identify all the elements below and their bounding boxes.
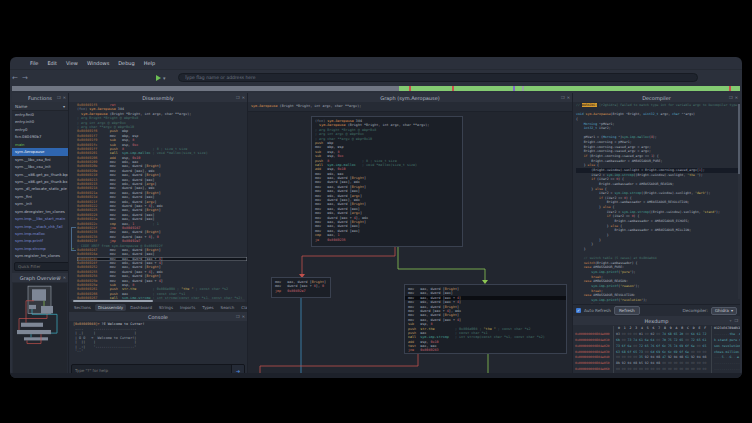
hexdump-table[interactable]: 0 1 2 3 4 5 6 7 8 9 A B C D E F 01234567… bbox=[573, 325, 740, 375]
scrollbar-thumb[interactable] bbox=[73, 300, 153, 302]
function-item[interactable]: sym.imp.__libc_start_main bbox=[12, 215, 68, 222]
dock-float-icon[interactable]: ❐ bbox=[734, 318, 738, 323]
dock-close-icon[interactable]: ✕ bbox=[63, 95, 66, 100]
disassembly-listing[interactable]: 0x080491f5 ret(fcn) sym.Aeropause 384 sy… bbox=[69, 102, 247, 299]
graph-title-bar[interactable]: Graph (sym.Aeropause) ❐✕ bbox=[248, 93, 572, 102]
tab-search[interactable]: Search bbox=[218, 304, 238, 311]
decompiler-engine-select[interactable]: Ghidra ▾ bbox=[711, 307, 737, 315]
decompiler-panel: Decompiler ❐✕ // WARNING: [r2ghidra] Fai… bbox=[573, 93, 740, 375]
decompiler-code[interactable]: // WARNING: [r2ghidra] Failed to match t… bbox=[573, 102, 740, 304]
function-item[interactable]: sym._dl_relocate_static_pie bbox=[12, 185, 68, 192]
jump-target-arrow-icon: ➤ bbox=[72, 248, 74, 252]
functions-panel: Functions ❐✕ Name ▾ entry.fini0entry.ini… bbox=[12, 93, 68, 375]
horizontal-scrollbar[interactable] bbox=[71, 299, 245, 302]
function-item[interactable]: sym.__libc_csu_init bbox=[12, 163, 68, 170]
refresh-button[interactable]: Refresh bbox=[614, 306, 640, 315]
menu-item-help[interactable]: Help bbox=[144, 60, 155, 66]
seek-bar[interactable] bbox=[12, 86, 740, 91]
function-item[interactable]: entry.init0 bbox=[12, 118, 68, 125]
disassembly-title-bar[interactable]: Disassembly ❐✕ bbox=[69, 93, 247, 102]
function-item[interactable]: sym.__x86.get_pc_thunk.bp bbox=[12, 171, 68, 178]
graph-block-false[interactable]: mov eax, dword [Bright]mov dword [eax + … bbox=[271, 277, 331, 298]
dock-close-icon[interactable]: ✕ bbox=[735, 95, 738, 100]
dock-float-icon[interactable]: ❐ bbox=[561, 95, 565, 100]
function-item[interactable]: sym._init bbox=[12, 200, 68, 207]
code-line[interactable]: je 0x8049235 bbox=[315, 238, 459, 242]
graph-title: Graph (sym.Aeropause) bbox=[248, 95, 572, 101]
tab-types[interactable]: Types bbox=[199, 304, 216, 311]
decompiler-title-bar[interactable]: Decompiler ❐✕ bbox=[573, 93, 740, 102]
functions-name-header[interactable]: Name ▾ bbox=[12, 102, 68, 111]
function-item[interactable]: sym._fini bbox=[12, 193, 68, 200]
dock-close-icon[interactable]: ✕ bbox=[242, 95, 245, 100]
menu-item-edit[interactable]: Edit bbox=[47, 60, 57, 66]
menu-item-file[interactable]: File bbox=[30, 60, 38, 66]
back-arrow-icon[interactable]: ← bbox=[10, 73, 20, 83]
functions-title-bar[interactable]: Functions ❐✕ bbox=[12, 93, 68, 102]
sort-caret-icon[interactable]: ▾ bbox=[63, 104, 65, 109]
function-item[interactable]: fcn.080490b7 bbox=[12, 133, 68, 140]
console-ascii-art: .--. .-------------------. | _| | | | O … bbox=[73, 327, 247, 354]
function-item[interactable]: entry.fini0 bbox=[12, 111, 68, 118]
graph-overview-minimap[interactable] bbox=[13, 283, 67, 375]
tab-classes[interactable]: Classes bbox=[238, 304, 247, 311]
graph-function-signature: sym.Aeropause (Bright *Bright, int argc,… bbox=[248, 102, 572, 112]
function-item[interactable]: sym.deregister_tm_clones bbox=[12, 208, 68, 215]
forward-arrow-icon[interactable]: → bbox=[20, 73, 30, 83]
function-item[interactable]: sym.__x86.get_pc_thunk.bx bbox=[12, 178, 68, 185]
function-item[interactable]: main bbox=[12, 141, 68, 148]
auto-refresh-label: Auto Refresh bbox=[584, 308, 611, 313]
dock-plus-icon[interactable]: ＋ bbox=[728, 318, 732, 323]
function-item[interactable]: sym.imp.malloc bbox=[12, 230, 68, 237]
console-title-bar[interactable]: Console ❐✕ bbox=[69, 312, 247, 321]
function-item[interactable]: sym.imp.__stack_chk_fail bbox=[12, 223, 68, 230]
function-item[interactable]: sym.register_tm_clones bbox=[12, 252, 68, 259]
graph-block-true[interactable]: mov eax, dword [Bright]mov eax, dword [e… bbox=[404, 284, 567, 354]
auto-refresh-checkbox[interactable]: ✓ bbox=[576, 308, 581, 313]
tab-dashboard[interactable]: Dashboard bbox=[127, 304, 155, 311]
function-item[interactable]: sym.imp.strcmp bbox=[12, 245, 68, 252]
code-line[interactable]: jne 0x8049283 bbox=[408, 348, 563, 352]
code-line[interactable]: jmp 0x80492e7 bbox=[275, 289, 327, 293]
tab-imports[interactable]: Imports bbox=[177, 304, 198, 311]
dock-close-icon[interactable]: ✕ bbox=[567, 95, 570, 100]
decompiler-controls: ✓ Auto Refresh Refresh Decompiler: Ghidr… bbox=[573, 304, 740, 316]
dock-float-icon[interactable]: ❐ bbox=[236, 314, 240, 319]
dock-float-icon[interactable]: ❐ bbox=[729, 95, 733, 100]
decompiler-title: Decompiler bbox=[573, 95, 740, 101]
menu-item-windows[interactable]: Windows bbox=[87, 60, 109, 66]
code-line[interactable]: break; bbox=[576, 303, 740, 304]
function-item[interactable]: entry0 bbox=[12, 126, 68, 133]
code-line[interactable]: // WARNING: [r2ghidra] Failed to match t… bbox=[576, 103, 740, 108]
chevron-down-icon[interactable]: ▾ bbox=[163, 75, 166, 81]
scrollbar-thumb[interactable] bbox=[738, 104, 740, 174]
quick-filter-input[interactable] bbox=[14, 262, 68, 271]
seek-marker bbox=[522, 86, 524, 91]
minimap-graph bbox=[13, 283, 67, 375]
tab-sections[interactable]: Sections bbox=[71, 304, 94, 311]
function-item[interactable]: sym.imp.printf bbox=[12, 237, 68, 244]
console-title: Console bbox=[69, 314, 247, 320]
menu-item-debug[interactable]: Debug bbox=[118, 60, 134, 66]
function-item[interactable]: sym.Aeropause bbox=[12, 148, 68, 155]
menu-item-view[interactable]: View bbox=[66, 60, 78, 66]
graph-block-entry[interactable]: (fcn) sym.Aeropause 384 sym.Aeropause (B… bbox=[311, 116, 463, 247]
tab-disassembly[interactable]: Disassembly bbox=[95, 304, 126, 311]
vertical-scrollbar[interactable] bbox=[738, 104, 740, 299]
dock-float-icon[interactable]: ❐ bbox=[236, 95, 240, 100]
function-item[interactable]: sym.__libc_csu_fini bbox=[12, 156, 68, 163]
dock-float-icon[interactable]: ❐ bbox=[57, 275, 61, 280]
dock-close-icon[interactable]: ✕ bbox=[242, 314, 245, 319]
hexdump-title-bar[interactable]: Hexdump ＋❐ bbox=[573, 316, 740, 325]
dock-float-icon[interactable]: ❐ bbox=[57, 95, 61, 100]
disassembly-title: Disassembly bbox=[69, 95, 247, 101]
dock-close-icon[interactable]: ✕ bbox=[63, 275, 66, 280]
omnibar-input[interactable] bbox=[178, 73, 698, 82]
seek-marker bbox=[452, 86, 454, 91]
debug-start-button[interactable]: ▾ bbox=[156, 75, 166, 81]
graph-overview-title-bar[interactable]: Graph Overview ❐✕ bbox=[12, 273, 68, 282]
quick-filter-row: ▾ bbox=[12, 260, 68, 273]
tab-strings[interactable]: Strings bbox=[156, 304, 176, 311]
seek-marker bbox=[513, 86, 515, 91]
graph-canvas[interactable]: (fcn) sym.Aeropause 384 sym.Aeropause (B… bbox=[248, 112, 572, 375]
